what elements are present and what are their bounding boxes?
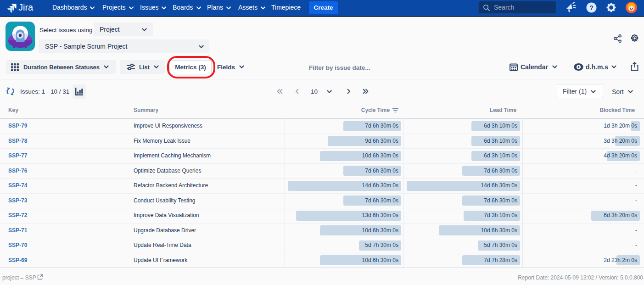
svg-text:?: ? bbox=[589, 4, 594, 11]
